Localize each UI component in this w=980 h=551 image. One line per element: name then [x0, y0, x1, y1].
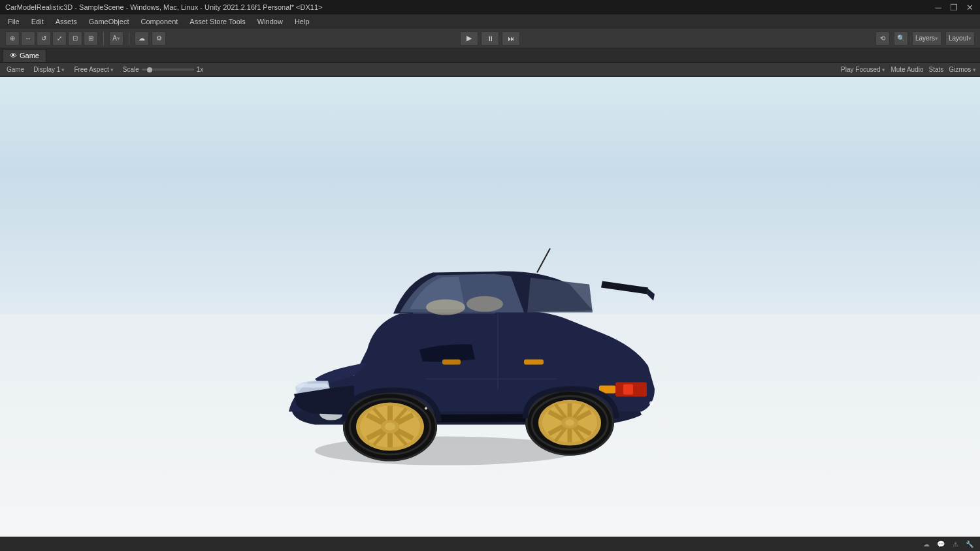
seat-right: [466, 296, 503, 311]
svg-point-11: [385, 422, 395, 430]
mute-audio-label: Mute Audio: [890, 66, 923, 73]
stats-button[interactable]: Stats: [929, 66, 944, 73]
pivot-button[interactable]: A ▾: [109, 31, 123, 46]
main-toolbar: ⊕ ↔ ↺ ⤢ ⊡ ⊞ A ▾ ☁ ⚙ ▶ ⏸ ⏭ ⟲ 🔍 Layers ▾ L…: [0, 29, 980, 48]
transform-tool[interactable]: ⊞: [84, 31, 98, 46]
tail-light-inner: [623, 384, 633, 394]
aspect-chevron: ▾: [110, 67, 114, 73]
menu-window[interactable]: Window: [252, 16, 288, 27]
layout-chevron: ▾: [968, 35, 972, 42]
status-right-icons: ☁ 💬 ⚠ 🔧: [921, 539, 975, 550]
status-bar: ☁ 💬 ⚠ 🔧: [0, 537, 980, 551]
game-label: Game: [4, 66, 27, 73]
gizmos-button[interactable]: Gizmos ▾: [949, 66, 976, 73]
rect-tool[interactable]: ⊡: [68, 31, 82, 46]
rear-spoiler: [601, 281, 648, 294]
game-tab-label: Game: [20, 52, 39, 59]
game-tab[interactable]: 👁 Game: [3, 49, 46, 62]
layers-label: Layers: [915, 35, 935, 42]
right-toolbar: ⟲ 🔍 Layers ▾ Layout ▾: [875, 31, 975, 46]
scale-tool[interactable]: ⤢: [52, 31, 67, 46]
play-focused-chevron: ▾: [882, 67, 885, 73]
window-title: CarModelRealistic3D - SampleScene - Wind…: [5, 3, 933, 11]
aspect-label: Free Aspect: [74, 66, 108, 73]
car-rear-window: [527, 277, 593, 312]
move-tool[interactable]: ↔: [21, 31, 35, 46]
front-marker: [425, 407, 427, 409]
menu-component[interactable]: Component: [135, 16, 183, 27]
scale-slider-thumb[interactable]: [147, 67, 152, 72]
settings-button[interactable]: ⚙: [152, 31, 166, 46]
menu-assets[interactable]: Assets: [50, 16, 82, 27]
car-svg: [223, 219, 668, 467]
mute-audio-button[interactable]: Mute Audio: [890, 66, 923, 73]
minimize-button[interactable]: ─: [933, 2, 943, 12]
title-bar: CarModelRealistic3D - SampleScene - Wind…: [0, 0, 980, 14]
display-chevron: ▾: [61, 67, 65, 73]
hand-tool[interactable]: ⊕: [5, 31, 20, 46]
layout-dropdown[interactable]: Layout ▾: [945, 31, 975, 46]
status-icon-2[interactable]: 💬: [936, 539, 946, 550]
game-toolbar: Game Display 1 ▾ Free Aspect ▾ Scale 1x …: [0, 63, 980, 77]
door-handle-front: [442, 359, 461, 364]
status-icon-3[interactable]: ⚠: [950, 539, 960, 550]
front-wheel: [343, 392, 437, 460]
car-model: [223, 219, 668, 468]
menu-bar: File Edit Assets GameObject Component As…: [0, 14, 980, 29]
menu-assetstoretools[interactable]: Asset Store Tools: [184, 16, 250, 27]
scale-control[interactable]: Scale 1x: [120, 66, 206, 73]
playback-controls: ▶ ⏸ ⏭: [460, 31, 520, 46]
transform-tools: ⊕ ↔ ↺ ⤢ ⊡ ⊞: [5, 31, 98, 46]
close-button[interactable]: ✕: [964, 2, 975, 12]
rear-wheel: [525, 390, 614, 455]
cloud-button[interactable]: ☁: [135, 31, 149, 46]
point-marker: [649, 401, 653, 405]
stats-label: Stats: [929, 66, 944, 73]
menu-file[interactable]: File: [3, 16, 25, 27]
spoiler-end: [647, 287, 655, 300]
play-focused-button[interactable]: Play Focused ▾: [841, 66, 885, 73]
game-viewport: [0, 77, 980, 551]
game-tab-icon: 👁: [10, 52, 17, 59]
pivot-label: A: [112, 35, 117, 42]
scale-label: Scale: [123, 66, 139, 73]
rotate-tool[interactable]: ↺: [37, 31, 51, 46]
play-focused-label: Play Focused: [841, 66, 881, 73]
gizmos-chevron: ▾: [973, 67, 976, 73]
play-button[interactable]: ▶: [460, 31, 478, 46]
status-icon-1[interactable]: ☁: [921, 539, 932, 550]
step-button[interactable]: ⏭: [502, 31, 520, 46]
separator-2: [129, 32, 129, 45]
svg-point-24: [565, 419, 574, 426]
menu-help[interactable]: Help: [289, 16, 315, 27]
scale-slider-track[interactable]: [142, 69, 194, 71]
game-toolbar-right: Play Focused ▾ Mute Audio Stats Gizmos ▾: [841, 66, 976, 73]
game-label-text: Game: [7, 66, 24, 73]
menu-edit[interactable]: Edit: [26, 16, 49, 27]
search-button[interactable]: 🔍: [894, 31, 908, 46]
history-button[interactable]: ⟲: [875, 31, 890, 46]
restore-button[interactable]: ❐: [949, 2, 959, 12]
scale-value: 1x: [197, 66, 204, 73]
display-label: Display 1: [33, 66, 60, 73]
antenna: [537, 248, 550, 272]
layout-label: Layout: [949, 35, 968, 42]
menu-gameobject[interactable]: GameObject: [84, 16, 135, 27]
door-handle: [524, 359, 544, 364]
layers-dropdown[interactable]: Layers ▾: [912, 31, 941, 46]
pause-button[interactable]: ⏸: [481, 31, 499, 46]
pivot-chevron: ▾: [117, 35, 120, 42]
tab-bar: 👁 Game: [0, 48, 980, 63]
headlight-highlight: [297, 383, 329, 387]
aspect-dropdown[interactable]: Free Aspect ▾: [71, 66, 116, 73]
separator-1: [103, 32, 104, 45]
display-dropdown[interactable]: Display 1 ▾: [31, 66, 67, 73]
gizmos-label: Gizmos: [949, 66, 971, 73]
layers-chevron: ▾: [935, 35, 938, 42]
seat-left: [426, 299, 465, 315]
status-icon-4[interactable]: 🔧: [964, 539, 975, 550]
window-controls: ─ ❐ ✕: [933, 2, 975, 12]
